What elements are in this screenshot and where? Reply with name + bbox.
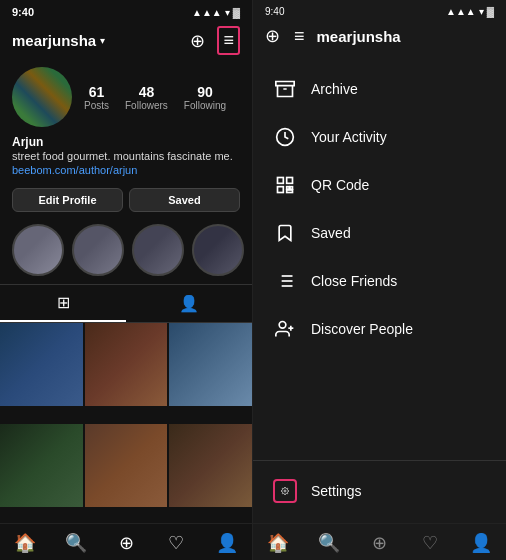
right-add-icon[interactable]: ⊕ xyxy=(265,25,280,47)
svg-rect-2 xyxy=(287,178,293,184)
slide-menu: Archive Your Activity QR Code xyxy=(253,57,506,460)
story-highlight-2[interactable] xyxy=(72,224,124,276)
qr-code-icon xyxy=(273,173,297,197)
add-icon: ⊕ xyxy=(119,532,134,554)
header-icons: ⊕ ≡ xyxy=(190,26,240,55)
archive-label: Archive xyxy=(311,81,358,97)
home-icon: 🏠 xyxy=(14,532,36,554)
status-icons-right: ▲▲▲ ▾ ▓ xyxy=(446,6,494,17)
tagged-icon: 👤 xyxy=(179,294,199,313)
signal-icon-right: ▲▲▲ xyxy=(446,6,476,17)
menu-item-saved[interactable]: Saved xyxy=(253,209,506,257)
profile-name: Arjun xyxy=(12,135,240,149)
story-highlight-4[interactable] xyxy=(192,224,244,276)
menu-item-archive[interactable]: Archive xyxy=(253,65,506,113)
menu-item-your-activity[interactable]: Your Activity xyxy=(253,113,506,161)
photo-grid xyxy=(0,323,252,523)
action-buttons: Edit Profile Saved xyxy=(0,184,252,220)
story-highlight-3[interactable] xyxy=(132,224,184,276)
right-add-nav-icon: ⊕ xyxy=(372,532,387,554)
right-home-icon: 🏠 xyxy=(267,532,289,554)
right-search-icon: 🔍 xyxy=(318,532,340,554)
wifi-icon: ▾ xyxy=(225,7,230,18)
settings-icon xyxy=(273,479,297,503)
story-highlight-1[interactable] xyxy=(12,224,64,276)
followers-count: 48 xyxy=(139,84,155,100)
close-friends-icon xyxy=(273,269,297,293)
following-label: Following xyxy=(184,100,226,111)
menu-item-close-friends[interactable]: Close Friends xyxy=(253,257,506,305)
qr-code-label: QR Code xyxy=(311,177,369,193)
saved-button[interactable]: Saved xyxy=(129,188,240,212)
right-panel: 9:40 ▲▲▲ ▾ ▓ ⊕ ≡ mearjunsha Archive xyxy=(253,0,506,560)
header-username-area: mearjunsha ▾ xyxy=(12,32,105,49)
posts-count: 61 xyxy=(89,84,105,100)
add-post-icon[interactable]: ⊕ xyxy=(190,30,205,52)
profile-tabs: ⊞ 👤 xyxy=(0,284,252,323)
right-bottom-nav: 🏠 🔍 ⊕ ♡ 👤 xyxy=(253,523,506,560)
header-username: mearjunsha xyxy=(12,32,96,49)
status-bar-left: 9:40 ▲▲▲ ▾ ▓ xyxy=(0,0,252,22)
svg-point-13 xyxy=(279,322,286,329)
activity-icon xyxy=(273,125,297,149)
menu-item-discover-people[interactable]: Discover People xyxy=(253,305,506,353)
settings-label: Settings xyxy=(311,483,362,499)
svg-rect-4 xyxy=(287,187,290,190)
story-highlights xyxy=(0,220,252,284)
status-icons-left: ▲▲▲ ▾ ▓ xyxy=(192,7,240,18)
grid-photo-5[interactable] xyxy=(85,424,168,507)
svg-rect-5 xyxy=(290,187,293,190)
right-menu-icon[interactable]: ≡ xyxy=(294,26,305,47)
nav-likes[interactable]: ♡ xyxy=(151,532,201,554)
avatar-image xyxy=(12,67,72,127)
close-friends-label: Close Friends xyxy=(311,273,397,289)
right-header-icons: ⊕ ≡ xyxy=(265,25,305,47)
nav-add[interactable]: ⊕ xyxy=(101,532,151,554)
grid-photo-3[interactable] xyxy=(169,323,252,406)
tab-tagged[interactable]: 👤 xyxy=(126,285,252,322)
heart-icon: ♡ xyxy=(168,532,184,554)
bio-link[interactable]: beebom.com/author/arjun xyxy=(12,164,240,176)
status-bar-right: 9:40 ▲▲▲ ▾ ▓ xyxy=(253,0,506,21)
discover-people-label: Discover People xyxy=(311,321,413,337)
grid-photo-1[interactable] xyxy=(0,323,83,406)
profile-section: 61 Posts 48 Followers 90 Following xyxy=(0,61,252,135)
menu-item-qr-code[interactable]: QR Code xyxy=(253,161,506,209)
following-count: 90 xyxy=(197,84,213,100)
activity-label: Your Activity xyxy=(311,129,387,145)
right-profile-icon: 👤 xyxy=(470,532,492,554)
archive-icon xyxy=(273,77,297,101)
tab-grid[interactable]: ⊞ xyxy=(0,285,126,322)
right-nav-profile[interactable]: 👤 xyxy=(455,532,506,554)
time-left: 9:40 xyxy=(12,6,34,18)
edit-profile-button[interactable]: Edit Profile xyxy=(12,188,123,212)
posts-stat: 61 Posts xyxy=(84,84,109,111)
battery-icon: ▓ xyxy=(233,7,240,18)
saved-menu-label: Saved xyxy=(311,225,351,241)
bio-text: street food gourmet. mountains fascinate… xyxy=(12,149,240,164)
grid-icon: ⊞ xyxy=(57,293,70,312)
hamburger-menu-icon[interactable]: ≡ xyxy=(217,26,240,55)
profile-header: mearjunsha ▾ ⊕ ≡ xyxy=(0,22,252,61)
right-nav-search[interactable]: 🔍 xyxy=(304,532,355,554)
nav-search[interactable]: 🔍 xyxy=(50,532,100,554)
right-nav-likes[interactable]: ♡ xyxy=(405,532,456,554)
bottom-nav-left: 🏠 🔍 ⊕ ♡ 👤 xyxy=(0,523,252,560)
nav-home[interactable]: 🏠 xyxy=(0,532,50,554)
right-heart-icon: ♡ xyxy=(422,532,438,554)
following-stat: 90 Following xyxy=(184,84,226,111)
profile-stats: 61 Posts 48 Followers 90 Following xyxy=(84,84,240,111)
grid-photo-4[interactable] xyxy=(0,424,83,507)
nav-profile[interactable]: 👤 xyxy=(202,532,252,554)
right-nav-home[interactable]: 🏠 xyxy=(253,532,304,554)
right-nav-add[interactable]: ⊕ xyxy=(354,532,405,554)
signal-icon: ▲▲▲ xyxy=(192,7,222,18)
settings-item[interactable]: Settings xyxy=(253,469,506,513)
chevron-down-icon[interactable]: ▾ xyxy=(100,35,105,46)
profile-icon: 👤 xyxy=(216,532,238,554)
right-header: ⊕ ≡ mearjunsha xyxy=(253,21,506,57)
wifi-icon-right: ▾ xyxy=(479,6,484,17)
grid-photo-2[interactable] xyxy=(85,323,168,406)
grid-photo-6[interactable] xyxy=(169,424,252,507)
saved-icon xyxy=(273,221,297,245)
